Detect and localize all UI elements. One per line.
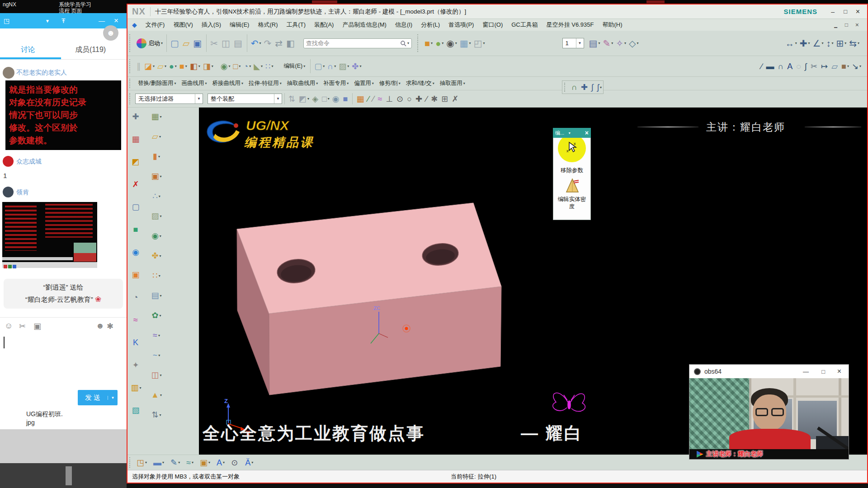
palette-icon[interactable]: ▦ [130, 134, 142, 145]
chat-username[interactable]: 不想老实的老实人 [16, 69, 67, 77]
bounds-icon[interactable]: ↕▾ [825, 37, 835, 50]
swap-view-icon[interactable]: ⇆▾ [848, 37, 861, 50]
swept-icon[interactable]: ∩▾ [326, 60, 337, 73]
wireframe-icon[interactable]: ◇▾ [627, 37, 640, 50]
solid-cube-icon[interactable]: ■ [342, 92, 350, 106]
sync-icon[interactable]: ⇄ [274, 37, 285, 50]
cube-small-icon[interactable]: ▥▾ [129, 382, 142, 393]
grid-table-icon[interactable]: ⊞ [440, 92, 450, 106]
layer-settings-icon[interactable]: ▤▾ [588, 37, 602, 50]
share-icon[interactable]: ◳ [4, 17, 9, 24]
snake-curve-icon[interactable]: ʃ▾ [596, 80, 603, 94]
curve-pencil-icon[interactable]: ✎▾ [169, 456, 181, 469]
delete-x-icon[interactable]: ✗ [131, 179, 141, 190]
chat-message-image[interactable]: 就是指当要修改的对象在没有历史记录情况下也可以同步修改。这个区别於参数建模。 [5, 80, 121, 150]
members-icon[interactable]: ☻ [96, 321, 104, 331]
pin-icon[interactable]: Ŧ [61, 17, 66, 24]
snap-center-icon[interactable]: ⊙ [395, 92, 406, 106]
layer-combo[interactable]: 1 ▼ [562, 38, 584, 48]
custom-dropdown[interactable]: 偏置用▾ [351, 80, 377, 87]
menu-item[interactable]: 工具(T) [286, 21, 306, 29]
shaded-view-icon[interactable]: ●▾ [434, 37, 445, 50]
annotation-icon[interactable]: Ä▾ [244, 456, 255, 469]
pour-icon[interactable]: ✤▾ [150, 250, 162, 261]
minimize-button[interactable]: – [831, 8, 835, 15]
settings-gear-icon[interactable]: ✱ [107, 321, 113, 331]
file-name[interactable]: UG编程初班. jpg [26, 410, 63, 427]
chat-username[interactable]: 领肯 [16, 188, 29, 197]
extrude-icon[interactable]: ●▾ [168, 60, 178, 73]
surface-wave-icon[interactable]: ≈▾ [185, 456, 195, 469]
view-grid-icon[interactable]: ▦▾ [150, 111, 163, 122]
find-command-input[interactable]: 查找命令 ▾ [303, 38, 412, 48]
selection-scope-combo[interactable]: 整个装配 ▼ [208, 94, 282, 104]
mirror-icon[interactable]: ◩ [130, 156, 142, 167]
wave-icon[interactable]: ~▾ [151, 350, 162, 361]
toolbar-handle[interactable] [129, 93, 133, 105]
close-icon[interactable]: × [114, 16, 118, 25]
close-button[interactable]: × [856, 8, 860, 16]
toolbar-handle[interactable] [129, 457, 133, 468]
snap-slash-icon[interactable]: ∕ [425, 92, 429, 106]
snap-settings-icon[interactable]: ⇅ [287, 92, 297, 106]
menu-item[interactable]: 编辑(E) [230, 21, 249, 29]
copy-icon[interactable]: ◫ [220, 37, 232, 50]
save-icon[interactable]: ▣ [192, 37, 204, 50]
redo-icon[interactable]: ↷ [263, 37, 274, 50]
datum-plane-icon[interactable]: ◪▾ [143, 60, 156, 73]
dots-icon[interactable]: ∷▾ [151, 270, 161, 281]
custom-dropdown[interactable]: 求和/缝/交▾ [403, 80, 437, 87]
doc-maximize-button[interactable]: □ [845, 22, 848, 28]
edit-dropdown-button[interactable]: 编辑(E) ▾ [281, 62, 308, 70]
measure-angle-icon[interactable]: ∠▾ [811, 37, 825, 50]
popup-close-icon[interactable]: × [585, 129, 589, 136]
snap-dash-icon[interactable]: ⁄ [371, 92, 376, 106]
spline-icon[interactable]: ∫ [803, 60, 809, 73]
toolbar-handle[interactable] [564, 83, 568, 92]
snap-plus-icon[interactable]: ✚ [414, 92, 425, 106]
maximize-button[interactable]: □ [844, 8, 847, 15]
spline-curve-icon[interactable]: ∫ [590, 80, 596, 94]
custom-dropdown[interactable]: 修剪/割▾ [377, 80, 403, 87]
sphere-stack-icon[interactable]: ∴▾ [151, 191, 161, 202]
menu-item[interactable]: 首选项(P) [448, 21, 474, 29]
chat-username[interactable]: 众志成城 [16, 158, 42, 166]
target-icon[interactable]: ◉▾ [150, 230, 163, 241]
cylinder-icon[interactable]: ▮▾ [151, 151, 161, 162]
tab-discussion[interactable]: 讨论 [21, 45, 35, 55]
menu-item[interactable]: 信息(I) [395, 21, 412, 29]
hammer-icon[interactable]: ✗ [450, 92, 461, 106]
start-button[interactable]: 启动 ▾ [135, 37, 164, 50]
send-dropdown[interactable]: ▼ [108, 396, 118, 400]
toolbar-handle[interactable] [129, 59, 133, 74]
color-cube-icon[interactable]: ■ [132, 224, 141, 235]
menu-item[interactable]: 星空外挂 V6.935F [547, 21, 594, 29]
studio-surface-icon[interactable]: ✤▾ [350, 60, 363, 73]
custom-dropdown[interactable]: 抽取面用▾ [437, 80, 468, 87]
custom-dropdown[interactable]: 替换/删除面用▾ [135, 80, 179, 87]
true-shading-icon[interactable]: ◉▾ [445, 37, 458, 50]
clock-icon[interactable]: ◔ [132, 292, 141, 303]
tab-members[interactable]: 成员(119) [75, 45, 106, 55]
info-icon[interactable]: ◉ [131, 247, 142, 258]
shaded-ball-icon[interactable]: ◉ [331, 92, 342, 106]
rectangle-icon[interactable]: ▬ [764, 60, 776, 73]
custom-dropdown[interactable]: 桥接曲线用▾ [210, 80, 246, 87]
hatch-plane-icon[interactable]: ▨▾ [150, 211, 163, 221]
selection-filter-combo[interactable]: 无选择过滤器 ▼ [135, 94, 203, 104]
obs-close-button[interactable]: × [837, 367, 841, 375]
window-layout-icon[interactable]: ◰▾ [472, 37, 486, 50]
palette2-icon[interactable]: ▧ [130, 405, 142, 416]
scrollbar-thumb[interactable] [66, 466, 72, 485]
wrench-icon[interactable]: ✦ [131, 360, 141, 371]
fan-icon[interactable]: ≈▾ [151, 330, 161, 341]
box-pair-icon[interactable]: ◫▾ [150, 370, 163, 380]
pyramid-icon[interactable]: ▲▾ [150, 389, 163, 400]
select-scope-icon[interactable]: ◩▾ [297, 92, 311, 106]
chamfer-icon[interactable]: ◣▾ [252, 60, 264, 73]
background-icon[interactable]: ▦▾ [458, 37, 472, 50]
snap-line-icon[interactable]: ∕ [366, 92, 371, 106]
obs-minimize-button[interactable]: — [803, 368, 809, 375]
rainbow-icon[interactable]: ≈ [132, 314, 140, 325]
text-icon[interactable]: A [786, 60, 795, 73]
